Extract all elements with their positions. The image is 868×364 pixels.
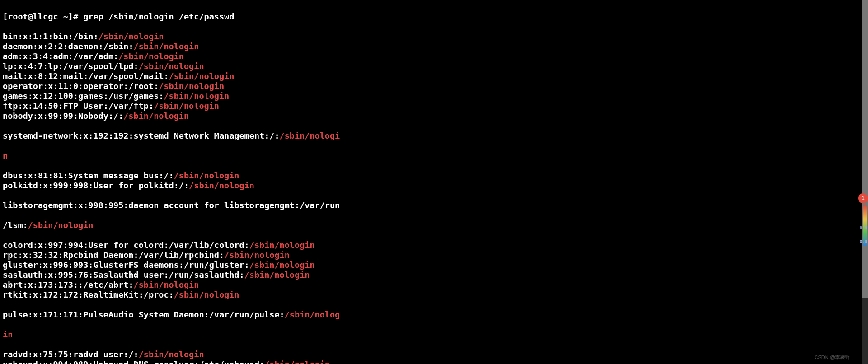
prompt: [root@llcgc ~]#	[3, 12, 83, 21]
watermark: CSDN @李凌野	[815, 352, 850, 362]
grep-match: /sbin/nologin	[28, 220, 94, 230]
scrollbar-thumb[interactable]	[862, 0, 868, 298]
output-line: games:x:12:100:games:/usr/games:/sbin/no…	[3, 91, 865, 101]
output-line: pulse:x:171:171:PulseAudio System Daemon…	[3, 310, 865, 320]
grep-match: /sbin/nologi	[280, 131, 340, 140]
grep-match: /sbin/nologin	[123, 111, 189, 121]
grep-match: /sbin/nologin	[118, 51, 184, 61]
output-line: polkitd:x:999:998:User for polkitd:/:/sb…	[3, 181, 865, 191]
grep-match: /sbin/nologin	[249, 240, 315, 250]
output-line: rtkit:x:172:172:RealtimeKit:/proc:/sbin/…	[3, 290, 865, 300]
output-line: operator:x:11:0:operator:/root:/sbin/nol…	[3, 81, 865, 91]
notification-badge[interactable]: 1	[858, 193, 868, 203]
grep-match: /sbin/nologin	[174, 171, 239, 180]
output-line: radvd:x:75:75:radvd user:/:/sbin/nologin	[3, 350, 865, 359]
output-line: lp:x:4:7:lp:/var/spool/lpd:/sbin/nologin	[3, 61, 865, 71]
grep-match: /sbin/nologin	[154, 101, 219, 111]
metric-value: 0.0	[860, 226, 867, 230]
output-line: in	[3, 330, 865, 340]
grep-match: /sbin/nologin	[249, 260, 315, 270]
grep-match: n	[3, 151, 8, 160]
grep-match: /sbin/nolog	[285, 310, 340, 319]
metric-value: 0.0	[860, 239, 867, 244]
grep-match: /sbin/nologin	[159, 81, 224, 91]
output-line: rpc:x:32:32:Rpcbind Daemon:/var/lib/rpcb…	[3, 250, 865, 260]
grep-match: /sbin/nologin	[134, 280, 199, 289]
scrollbar-track[interactable]	[862, 0, 868, 364]
output-line: colord:x:997:994:User for colord:/var/li…	[3, 240, 865, 250]
grep-match: /sbin/nologin	[169, 71, 235, 81]
grep-match: /sbin/nologin	[164, 91, 229, 101]
output-line: nobody:x:99:99:Nobody:/:/sbin/nologin	[3, 111, 865, 121]
grep-match: /sbin/nologin	[134, 42, 199, 51]
output-line: dbus:x:81:81:System message bus:/:/sbin/…	[3, 171, 865, 181]
output-line: saslauth:x:995:76:Saslauthd user:/run/sa…	[3, 270, 865, 280]
output-line: bin:x:1:1:bin:/bin:/sbin/nologin	[3, 32, 865, 42]
grep-match: in	[3, 330, 13, 339]
grep-match: /sbin/nologin	[224, 250, 290, 260]
output-line: mail:x:8:12:mail:/var/spool/mail:/sbin/n…	[3, 71, 865, 81]
terminal-output: [root@llcgc ~]# grep /sbin/nologin /etc/…	[0, 0, 868, 364]
grep-match: /sbin/nologin	[189, 181, 254, 190]
prompt-line: [root@llcgc ~]# grep /sbin/nologin /etc/…	[3, 12, 865, 22]
output-line: adm:x:3:4:adm:/var/adm:/sbin/nologin	[3, 51, 865, 61]
grep-match: /sbin/nologin	[174, 290, 239, 299]
command: grep /sbin/nologin /etc/passwd	[83, 12, 234, 21]
grep-match: /sbin/nologin	[244, 270, 310, 280]
output-line: /lsm:/sbin/nologin	[3, 220, 865, 230]
output-line: libstoragemgmt:x:998:995:daemon account …	[3, 201, 865, 210]
grep-match: /sbin/nologin	[139, 350, 204, 359]
output-line: gluster:x:996:993:GlusterFS daemons:/run…	[3, 260, 865, 270]
output-line: unbound:x:994:989:Unbound DNS resolver:/…	[3, 359, 865, 364]
output-line: n	[3, 151, 865, 161]
grep-match: /sbin/nologin	[99, 32, 164, 41]
output-line: abrt:x:173:173::/etc/abrt:/sbin/nologin	[3, 280, 865, 290]
output-line: ftp:x:14:50:FTP User:/var/ftp:/sbin/nolo…	[3, 101, 865, 111]
grep-match: /sbin/nologin	[139, 61, 204, 71]
output-line: daemon:x:2:2:daemon:/sbin:/sbin/nologin	[3, 42, 865, 51]
output-line: systemd-network:x:192:192:systemd Networ…	[3, 131, 865, 141]
grep-match: /sbin/nologin	[264, 359, 330, 364]
